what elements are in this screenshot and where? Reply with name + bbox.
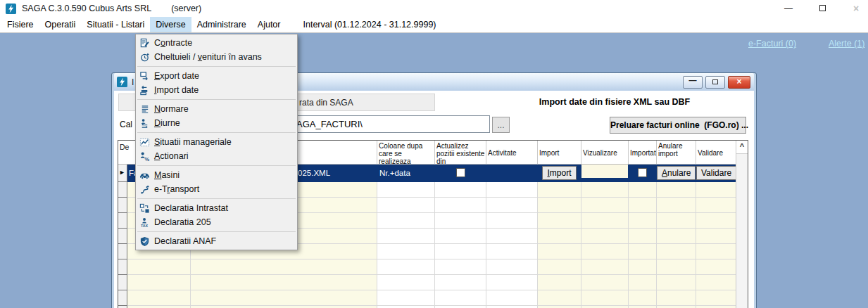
dialog-minimize-icon[interactable]: — [683,76,703,89]
menu-item-masini[interactable]: Masini [136,168,297,182]
maximize-icon[interactable] [816,3,829,14]
grid-cell[interactable] [486,182,538,198]
grid-cell[interactable] [696,229,736,244]
grid-cell[interactable] [435,229,486,244]
menu-item-import-date[interactable]: Import date [136,83,297,97]
grid-cell[interactable] [581,244,629,259]
row-selector[interactable] [118,290,127,306]
grid-cell[interactable] [581,290,629,306]
row-selector[interactable] [118,182,127,198]
grid-cell[interactable] [581,198,629,213]
actualizez-checkbox[interactable] [456,168,465,177]
grid-cell[interactable] [377,213,435,229]
row-selector[interactable] [118,229,127,244]
grid-cell[interactable] [538,213,581,229]
grid-cell[interactable] [538,229,581,244]
grid-cell[interactable] [486,229,538,244]
row-selector[interactable] [118,213,127,229]
grid-cell[interactable] [696,259,736,275]
menu-item-normare[interactable]: Normare [136,102,297,116]
grid-cell[interactable] [629,244,657,259]
grid-cell[interactable] [435,182,486,198]
grid-cell[interactable] [629,182,657,198]
grid-cell[interactable] [629,213,657,229]
menu-item-export-date[interactable]: Export date [136,69,297,83]
grid-cell[interactable] [629,229,657,244]
dialog-maximize-icon[interactable] [705,76,725,89]
grid-cell[interactable] [191,290,377,306]
minimize-icon[interactable]: — [782,3,795,14]
grid-cell[interactable] [486,290,538,306]
grid-cell[interactable] [657,259,696,275]
grid-cell[interactable] [435,198,486,213]
menu-item-actionari[interactable]: %Actionari [136,149,297,163]
menu-item-cheltuieli-venituri-n-avans[interactable]: Cheltuieli / venituri în avans [136,50,297,64]
grid-cell[interactable] [581,275,629,290]
grid-cell[interactable] [191,275,377,290]
fgo-preluare-button[interactable]: Preluare facturi online (FGO.ro) ... [610,117,746,134]
row-selector[interactable]: ► [118,165,127,182]
grid-cell[interactable] [377,182,435,198]
grid-cell[interactable] [191,259,377,275]
grid-cell[interactable] [377,275,435,290]
efacturi-link[interactable]: e-Facturi (0) [748,39,796,49]
row-selector[interactable] [118,275,127,290]
close-icon[interactable]: × [850,3,862,14]
menubar-item-administrare[interactable]: Administrare [191,17,252,32]
grid-cell[interactable] [657,290,696,306]
grid-cell[interactable] [581,229,629,244]
grid-cell[interactable] [696,290,736,306]
row-selector[interactable] [118,198,127,213]
menu-item-e-transport[interactable]: e-Transport [136,182,297,196]
grid-empty-row[interactable] [118,290,748,306]
grid-cell[interactable] [696,213,736,229]
grid-cell[interactable] [486,244,538,259]
grid-cell[interactable] [657,182,696,198]
grid-cell[interactable] [696,182,736,198]
menubar-item-fisiere[interactable]: Fisiere [1,17,39,32]
grid-cell[interactable] [538,244,581,259]
grid-cell[interactable] [486,259,538,275]
row-selector[interactable] [118,244,127,259]
importat-checkbox[interactable] [638,168,647,177]
grid-cell[interactable] [435,290,486,306]
grid-empty-row[interactable] [118,275,748,290]
grid-cell[interactable] [377,229,435,244]
vizualizare-field[interactable] [581,165,628,178]
grid-cell[interactable] [629,290,657,306]
grid-cell[interactable] [377,198,435,213]
grid-empty-row[interactable] [118,259,748,275]
menu-item-situatii-manageriale[interactable]: Situatii manageriale [136,135,297,149]
menu-item-diurne[interactable]: Diurne [136,116,297,130]
grid-cell[interactable] [657,213,696,229]
row-selector[interactable] [118,259,127,275]
cell-import[interactable]: Import [538,165,581,182]
grid-cell[interactable] [629,275,657,290]
menu-item-declaratii-anaf[interactable]: Declaratii ANAF [136,234,297,248]
dialog-close-icon[interactable]: × [728,76,750,89]
menu-item-declaratia-intrastat[interactable]: Declaratia Intrastat [136,201,297,215]
menubar-item-ajutor[interactable]: Ajutor [252,17,287,32]
grid-cell[interactable] [629,259,657,275]
scroll-up-icon[interactable]: ^ [736,141,748,154]
grid-cell[interactable] [696,198,736,213]
grid-cell[interactable] [435,259,486,275]
cell-anulare[interactable]: Anulare [657,165,696,182]
cell-activitate[interactable] [486,165,538,182]
grid-cell[interactable] [377,259,435,275]
grid-cell[interactable] [696,244,736,259]
grid-cell[interactable] [127,275,191,290]
browse-button[interactable]: ... [492,117,510,133]
menu-item-declaratia-205[interactable]: TAXDeclaratia 205 [136,215,297,229]
menubar-item-situatii-listari[interactable]: Situatii - Listari [81,17,150,32]
grid-cell[interactable] [581,182,629,198]
menubar-item-diverse[interactable]: Diverse [150,17,191,32]
grid-cell[interactable] [538,198,581,213]
menubar-item-interval-01-12-2024-31-12-9999[interactable]: Interval (01.12.2024 - 31.12.9999) [297,17,441,32]
grid-cell[interactable] [657,275,696,290]
cell-vizualizare[interactable] [581,165,629,182]
grid-cell[interactable] [581,259,629,275]
grid-cell[interactable] [538,259,581,275]
menubar-item-operatii[interactable]: Operatii [39,17,82,32]
grid-cell[interactable] [657,244,696,259]
